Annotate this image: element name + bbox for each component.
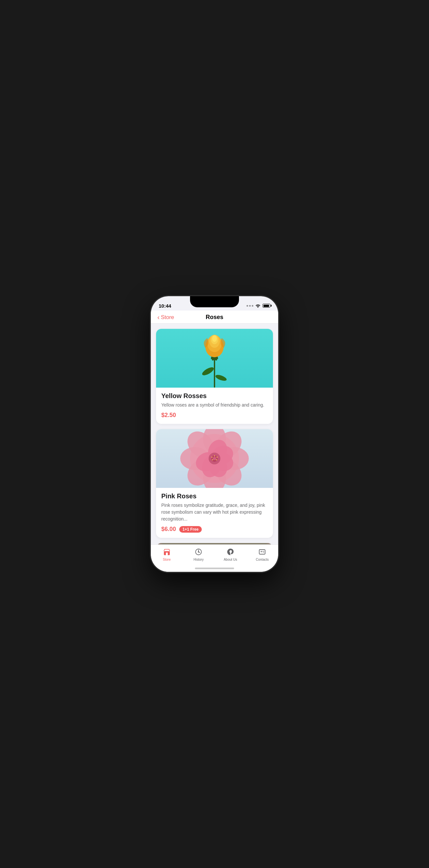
contacts-icon xyxy=(257,547,267,556)
back-button[interactable]: ‹ Store xyxy=(157,314,183,321)
pink-roses-desc: Pink roses symbolize gratitude, grace, a… xyxy=(161,502,268,523)
tab-store-label: Store xyxy=(163,558,171,561)
svg-point-32 xyxy=(216,457,218,458)
yellow-roses-price: $2.50 xyxy=(161,412,176,418)
pink-roses-footer: $6.00 1+1 Free xyxy=(161,526,268,533)
pink-roses-badge: 1+1 Free xyxy=(179,526,202,533)
wifi-icon xyxy=(255,304,261,308)
tab-contacts-label: Contacts xyxy=(256,558,269,561)
nav-bar: ‹ Store Roses xyxy=(151,311,278,323)
yellow-roses-title: Yellow Rosses xyxy=(161,392,268,400)
tab-about-label: About Us xyxy=(224,558,237,561)
home-indicator xyxy=(195,567,234,569)
signal-icon xyxy=(246,305,253,307)
svg-rect-66 xyxy=(261,551,263,552)
svg-rect-60 xyxy=(166,553,168,555)
yellow-roses-card[interactable]: Yellow Rosses Yellow roses are a symbol … xyxy=(156,329,273,424)
back-label: Store xyxy=(161,314,174,321)
status-icons xyxy=(246,304,270,308)
yellow-roses-footer: $2.50 xyxy=(161,412,268,418)
pink-roses-body: Pink Roses Pink roses symbolize gratitud… xyxy=(156,488,273,538)
status-time: 10:44 xyxy=(159,303,171,309)
yellow-roses-desc: Yellow roses are a symbol of friendship … xyxy=(161,402,268,408)
tab-contacts[interactable]: Contacts xyxy=(246,547,278,561)
pink-roses-title: Pink Roses xyxy=(161,492,268,500)
store-icon xyxy=(162,547,172,556)
phone-screen: 10:44 ‹ Store Roses xyxy=(151,296,278,572)
svg-point-33 xyxy=(214,455,215,457)
svg-point-35 xyxy=(216,459,217,461)
phone-frame: 10:44 ‹ Store Roses xyxy=(151,296,278,572)
tab-about[interactable]: About Us xyxy=(214,547,246,561)
svg-point-30 xyxy=(213,457,216,460)
svg-point-2 xyxy=(215,374,227,382)
tab-store[interactable]: Store xyxy=(151,547,183,561)
tab-history-label: History xyxy=(193,558,204,561)
svg-point-12 xyxy=(212,335,217,342)
pink-rose-image xyxy=(156,429,273,488)
yellow-rose-svg xyxy=(179,329,250,388)
yellow-rose-image xyxy=(156,329,273,388)
yellow-roses-body: Yellow Rosses Yellow roses are a symbol … xyxy=(156,388,273,424)
notch xyxy=(190,296,239,307)
tab-history[interactable]: History xyxy=(183,547,215,561)
about-icon xyxy=(226,547,235,556)
page-title: Roses xyxy=(183,314,246,321)
pink-rose-svg xyxy=(179,429,250,488)
pink-roses-card[interactable]: Pink Roses Pink roses symbolize gratitud… xyxy=(156,429,273,538)
svg-point-31 xyxy=(211,457,213,458)
history-icon xyxy=(194,547,203,556)
battery-icon xyxy=(263,304,270,308)
svg-point-1 xyxy=(201,366,215,377)
back-chevron-icon: ‹ xyxy=(157,314,160,320)
scroll-content[interactable]: Yellow Rosses Yellow roses are a symbol … xyxy=(151,323,278,552)
svg-point-34 xyxy=(212,459,213,461)
pink-roses-price: $6.00 xyxy=(161,526,176,533)
